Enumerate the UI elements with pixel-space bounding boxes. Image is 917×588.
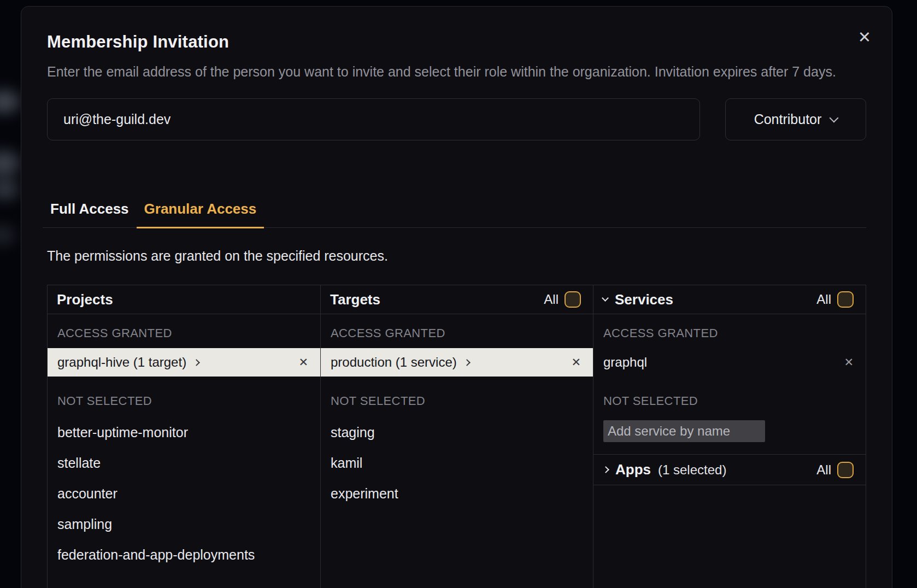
not-selected-label: NOT SELECTED — [48, 394, 320, 408]
tab-granular-access[interactable]: Granular Access — [137, 201, 264, 228]
project-item[interactable]: accounter — [48, 478, 320, 509]
background-blur-artifact — [0, 90, 20, 113]
chevron-down-icon — [830, 113, 839, 122]
apps-all-box: All — [816, 462, 854, 478]
projects-header-label: Projects — [57, 291, 113, 308]
granted-project-row[interactable]: graphql-hive (1 target) ✕ — [48, 348, 320, 377]
membership-invitation-dialog: ✕ Membership Invitation Enter the email … — [21, 6, 892, 588]
services-header-label: Services — [615, 291, 673, 308]
targets-all-box: All — [544, 291, 581, 308]
targets-column: Targets All ACCESS GRANTED production (1… — [320, 285, 593, 588]
granted-target-label: production (1 service) — [331, 355, 457, 370]
project-item[interactable]: sampling — [48, 509, 320, 539]
dialog-title: Membership Invitation — [47, 32, 866, 52]
access-granted-label: ACCESS GRANTED — [321, 326, 593, 340]
granted-target-row[interactable]: production (1 service) ✕ — [321, 348, 593, 377]
background-blur-artifact — [0, 151, 20, 176]
granted-service-row: graphql ✕ — [593, 348, 866, 377]
targets-all-checkbox[interactable] — [565, 291, 581, 308]
services-header[interactable]: Services All — [593, 285, 866, 314]
chevron-right-icon — [463, 359, 471, 366]
not-selected-label: NOT SELECTED — [321, 394, 593, 408]
project-item[interactable]: stellate — [48, 448, 320, 478]
add-service-input[interactable] — [603, 420, 765, 442]
role-select[interactable]: Contributor — [725, 98, 866, 140]
close-icon[interactable]: ✕ — [854, 26, 875, 48]
projects-column: Projects ACCESS GRANTED graphql-hive (1 … — [48, 285, 320, 588]
invite-row: Contributor — [47, 98, 866, 140]
background-blur-artifact — [0, 225, 15, 245]
apps-label: Apps — [615, 461, 651, 478]
chevron-down-icon — [602, 295, 609, 302]
remove-project-icon[interactable]: ✕ — [298, 356, 308, 369]
tab-full-access[interactable]: Full Access — [43, 201, 137, 227]
apps-selected-count: (1 selected) — [658, 462, 726, 478]
permissions-note: The permissions are granted on the speci… — [47, 248, 866, 264]
target-item[interactable]: experiment — [321, 478, 593, 509]
email-input[interactable] — [47, 98, 700, 140]
services-all-label: All — [816, 292, 831, 307]
granted-service-label: graphql — [603, 355, 647, 370]
apps-all-label: All — [816, 462, 831, 478]
not-selected-label: NOT SELECTED — [593, 394, 866, 408]
resources-table: Projects ACCESS GRANTED graphql-hive (1 … — [47, 285, 866, 588]
target-item[interactable]: staging — [321, 417, 593, 448]
chevron-right-icon — [602, 466, 609, 473]
granted-project-label: graphql-hive (1 target) — [57, 355, 186, 370]
services-all-box: All — [816, 291, 854, 308]
background-blur-artifact — [0, 178, 19, 200]
services-all-checkbox[interactable] — [837, 291, 854, 308]
dialog-description: Enter the email address of the person yo… — [47, 61, 861, 83]
targets-header-label: Targets — [330, 291, 380, 308]
apps-all-checkbox[interactable] — [837, 462, 854, 478]
remove-service-icon[interactable]: ✕ — [844, 356, 854, 369]
apps-section-row[interactable]: Apps (1 selected) All — [593, 454, 866, 485]
services-column: Services All ACCESS GRANTED graphql ✕ NO… — [593, 285, 866, 588]
access-tabs: Full Access Granular Access — [43, 201, 866, 228]
projects-header: Projects — [48, 285, 320, 314]
access-granted-label: ACCESS GRANTED — [48, 326, 320, 340]
chevron-right-icon — [193, 359, 200, 366]
target-item[interactable]: kamil — [321, 448, 593, 478]
remove-target-icon[interactable]: ✕ — [571, 356, 581, 369]
targets-header: Targets All — [321, 285, 593, 314]
targets-all-label: All — [544, 292, 559, 307]
access-granted-label: ACCESS GRANTED — [593, 326, 866, 340]
role-select-value: Contributor — [754, 111, 822, 127]
project-item[interactable]: better-uptime-monitor — [48, 417, 320, 448]
project-item[interactable]: federation-and-app-deployments — [48, 539, 320, 570]
